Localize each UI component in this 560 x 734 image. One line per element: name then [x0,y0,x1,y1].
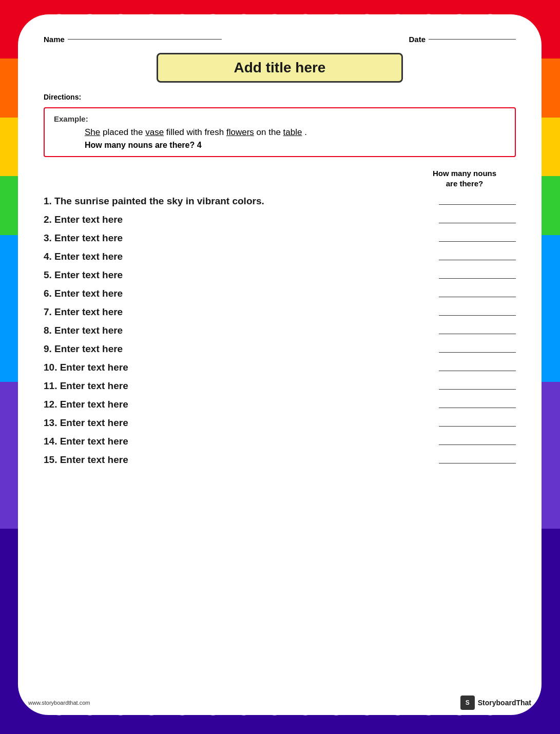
underlined-flowers: flowers [226,127,254,137]
footer: www.storyboardthat.com S StoryboardThat [18,696,542,710]
item-text-3: 3. Enter text here [44,233,434,244]
item-text-1: 1. The sunrise painted the sky in vibran… [44,196,434,207]
list-item: 13. Enter text here [44,414,516,433]
item-text-2: 2. Enter text here [44,214,434,225]
list-item: 10. Enter text here [44,359,516,377]
item-text-13: 13. Enter text here [44,417,434,429]
item-text-12: 12. Enter text here [44,399,434,410]
list-item: 14. Enter text here [44,433,516,451]
item-text-5: 5. Enter text here [44,269,434,281]
title-box: Add title here [157,53,403,83]
answer-line-15 [439,463,516,463]
brand-name: StoryboardThat [478,699,531,707]
list-item: 11. Enter text here [44,377,516,396]
answer-line-6 [439,297,516,297]
answer-line-7 [439,315,516,316]
example-sentence: She placed the vase filled with fresh fl… [54,127,506,138]
answer-line-12 [439,408,516,408]
answer-line-8 [439,334,516,334]
directions-label: Directions: [44,93,516,101]
date-field: Date [409,35,516,44]
item-text-7: 7. Enter text here [44,306,434,318]
page-title: Add title here [234,60,326,75]
header-row: Name Date [44,30,516,44]
answer-line-14 [439,445,516,445]
item-text-8: 8. Enter text here [44,325,434,336]
list-item: 3. Enter text here [44,229,516,248]
underlined-vase: vase [145,127,164,137]
example-text-3: on the [257,127,283,137]
answer-line-9 [439,352,516,353]
list-item: 7. Enter text here [44,303,516,322]
example-text-2: filled with fresh [166,127,226,137]
footer-logo: S StoryboardThat [460,696,531,710]
item-text-4: 4. Enter text here [44,251,434,262]
example-box: Example: She placed the vase filled with… [44,107,516,157]
example-text-4: . [304,127,307,137]
item-text-14: 14. Enter text here [44,436,434,447]
paper: Name Date Add title here Directions: Exa… [18,14,542,715]
column-header-text: How many nounsare there? [423,168,506,188]
list-item: 1. The sunrise painted the sky in vibran… [44,192,516,211]
item-text-11: 11. Enter text here [44,380,434,392]
answer-line-4 [439,260,516,260]
answer-line-11 [439,389,516,390]
example-question: How many nouns are there? 4 [54,141,506,150]
column-header-row: How many nounsare there? [44,168,516,188]
item-text-15: 15. Enter text here [44,454,434,466]
answer-line-3 [439,241,516,242]
answer-line-5 [439,278,516,279]
answer-line-10 [439,371,516,371]
name-field: Name [44,35,222,44]
list-item: 9. Enter text here [44,340,516,359]
list-item: 5. Enter text here [44,266,516,285]
list-item: 6. Enter text here [44,285,516,303]
underlined-table: table [283,127,302,137]
name-line [68,39,222,40]
list-item: 8. Enter text here [44,322,516,340]
item-text-9: 9. Enter text here [44,343,434,355]
date-label: Date [409,35,426,44]
logo-icon: S [460,696,475,710]
list-item: 15. Enter text here [44,451,516,470]
underlined-she: She [85,127,100,137]
items-list: 1. The sunrise painted the sky in vibran… [44,192,516,470]
date-line [429,39,516,40]
footer-url: www.storyboardthat.com [28,700,90,706]
item-text-6: 6. Enter text here [44,288,434,299]
list-item: 12. Enter text here [44,396,516,414]
list-item: 4. Enter text here [44,248,516,266]
list-item: 2. Enter text here [44,211,516,229]
answer-line-2 [439,223,516,223]
item-text-10: 10. Enter text here [44,362,434,373]
example-text-1: placed the [103,127,145,137]
example-label: Example: [54,114,506,123]
answer-line-1 [439,204,516,205]
name-label: Name [44,35,65,44]
answer-line-13 [439,426,516,427]
